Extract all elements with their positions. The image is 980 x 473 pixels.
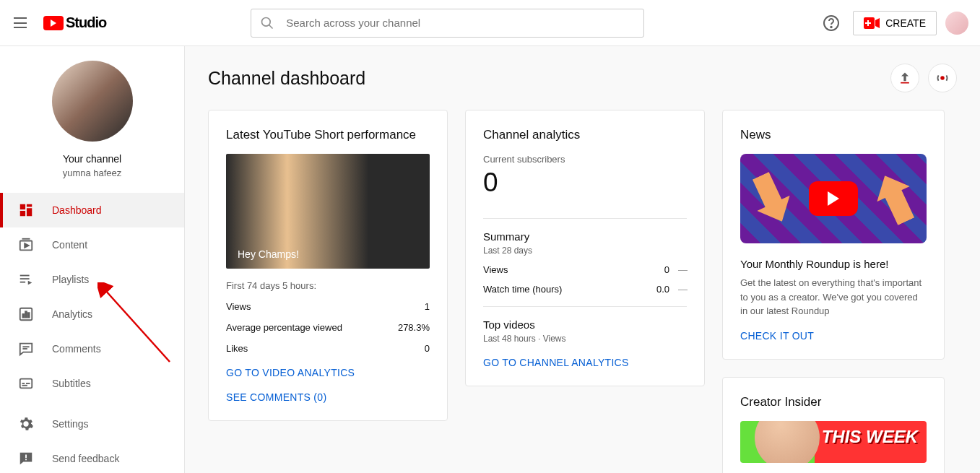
svg-rect-9 xyxy=(27,204,32,207)
svg-marker-17 xyxy=(28,281,32,285)
page-title: Channel dashboard xyxy=(208,68,365,89)
channel-section: Your channel yumna hafeez xyxy=(0,46,184,193)
search-container xyxy=(251,9,644,38)
main-content: Channel dashboard Latest YouTube Short p… xyxy=(185,46,980,473)
nav-label: Subtitles xyxy=(52,378,91,389)
sidebar-item-content[interactable]: Content xyxy=(0,227,184,262)
nav-label: Playlists xyxy=(52,274,89,285)
youtube-play-icon xyxy=(43,16,64,30)
gear-icon xyxy=(17,415,35,433)
dashboard-icon xyxy=(17,201,35,219)
go-live-button[interactable] xyxy=(928,64,957,92)
sidebar-item-feedback[interactable]: Send feedback xyxy=(0,441,184,473)
channel-avatar[interactable] xyxy=(52,61,133,142)
subs-label: Current subscribers xyxy=(483,154,687,165)
svg-point-31 xyxy=(940,76,945,80)
metric-value: 0.0 xyxy=(656,284,669,295)
stat-value: 0 xyxy=(425,343,430,354)
see-comments-link[interactable]: SEE COMMENTS (0) xyxy=(226,391,430,403)
svg-rect-21 xyxy=(28,313,30,317)
video-thumbnail[interactable]: Hey Champs! xyxy=(226,154,430,269)
top-sub: Last 48 hours · Views xyxy=(483,334,687,344)
stat-row: Average percentage viewed278.3% xyxy=(226,322,430,333)
stat-label: Views xyxy=(226,301,251,312)
news-card: News Your Monthly Roundup is here! Get t… xyxy=(722,110,945,360)
top-title: Top videos xyxy=(483,318,687,331)
news-description: Get the latest on everything that's impo… xyxy=(740,276,927,318)
svg-rect-7 xyxy=(865,22,871,24)
metric-trend: — xyxy=(678,264,687,275)
nav-label: Send feedback xyxy=(52,453,119,464)
news-link[interactable]: CHECK IT OUT xyxy=(740,330,927,342)
svg-rect-19 xyxy=(22,314,24,318)
search-input[interactable] xyxy=(286,17,635,29)
avatar[interactable] xyxy=(945,12,968,35)
stat-label: Average percentage viewed xyxy=(226,322,342,333)
svg-line-1 xyxy=(269,25,273,28)
video-analytics-link[interactable]: GO TO VIDEO ANALYTICS xyxy=(226,367,430,378)
channel-label: Your channel xyxy=(0,153,184,165)
upload-button[interactable] xyxy=(890,64,919,92)
sidebar: Your channel yumna hafeez Dashboard Cont… xyxy=(0,46,185,473)
search-box[interactable] xyxy=(251,9,644,38)
card-title: News xyxy=(740,128,927,142)
header-actions: CREATE xyxy=(818,10,968,36)
card-title: Creator Insider xyxy=(740,395,927,409)
nav-label: Content xyxy=(52,239,87,251)
sidebar-item-playlists[interactable]: Playlists xyxy=(0,262,184,297)
sidebar-item-subtitles[interactable]: Subtitles xyxy=(0,366,184,401)
creator-insider-card: Creator Insider THIS WEEK xyxy=(722,377,945,474)
stat-label: Likes xyxy=(226,343,248,354)
metric-row: Views 0 — xyxy=(483,264,687,275)
youtube-play-icon xyxy=(809,181,858,216)
svg-rect-30 xyxy=(901,82,909,84)
nav-label: Settings xyxy=(52,418,89,430)
sidebar-item-settings[interactable]: Settings xyxy=(0,407,184,441)
sidebar-item-comments[interactable]: Comments xyxy=(0,331,184,366)
svg-rect-20 xyxy=(25,311,27,317)
sidebar-item-dashboard[interactable]: Dashboard xyxy=(0,193,184,227)
stat-value: 278.3% xyxy=(398,322,430,333)
svg-point-0 xyxy=(262,17,271,26)
summary-sub: Last 28 days xyxy=(483,246,687,256)
svg-rect-28 xyxy=(25,455,27,459)
news-headline: Your Monthly Roundup is here! xyxy=(740,258,927,270)
menu-icon[interactable] xyxy=(12,14,29,32)
video-title: Hey Champs! xyxy=(238,248,299,260)
playlists-icon xyxy=(17,271,35,288)
news-thumbnail[interactable] xyxy=(740,154,927,243)
svg-rect-10 xyxy=(27,208,32,216)
analytics-icon xyxy=(17,305,35,323)
page-header: Channel dashboard xyxy=(208,64,957,92)
svg-rect-8 xyxy=(20,204,25,209)
feedback-icon xyxy=(17,450,35,467)
create-button[interactable]: CREATE xyxy=(853,11,937,35)
face-graphic xyxy=(755,421,820,463)
app-header: Studio CREATE xyxy=(0,0,980,46)
svg-rect-15 xyxy=(20,278,30,279)
time-label: First 74 days 5 hours: xyxy=(226,280,430,291)
insider-thumb-text: THIS WEEK xyxy=(822,427,918,447)
arrow-down-icon xyxy=(745,168,799,230)
create-label: CREATE xyxy=(885,17,926,29)
latest-short-card: Latest YouTube Short performance Hey Cha… xyxy=(208,110,448,421)
logo[interactable]: Studio xyxy=(43,14,106,31)
metric-label: Watch time (hours) xyxy=(483,284,656,295)
svg-rect-11 xyxy=(20,211,25,216)
channel-analytics-link[interactable]: GO TO CHANNEL ANALYTICS xyxy=(483,357,687,368)
sidebar-item-analytics[interactable]: Analytics xyxy=(0,297,184,331)
comments-icon xyxy=(17,340,35,357)
metric-row: Watch time (hours) 0.0 — xyxy=(483,284,687,295)
nav-label: Dashboard xyxy=(52,204,102,216)
nav-label: Analytics xyxy=(52,308,92,320)
insider-thumbnail[interactable]: THIS WEEK xyxy=(740,421,927,463)
summary-title: Summary xyxy=(483,230,687,243)
svg-rect-29 xyxy=(25,459,27,460)
help-icon[interactable] xyxy=(818,10,844,36)
stat-row: Likes0 xyxy=(226,343,430,354)
svg-point-3 xyxy=(831,26,832,27)
metric-value: 0 xyxy=(664,264,669,275)
stat-row: Views1 xyxy=(226,301,430,312)
metric-label: Views xyxy=(483,264,664,275)
page-actions xyxy=(890,64,957,92)
